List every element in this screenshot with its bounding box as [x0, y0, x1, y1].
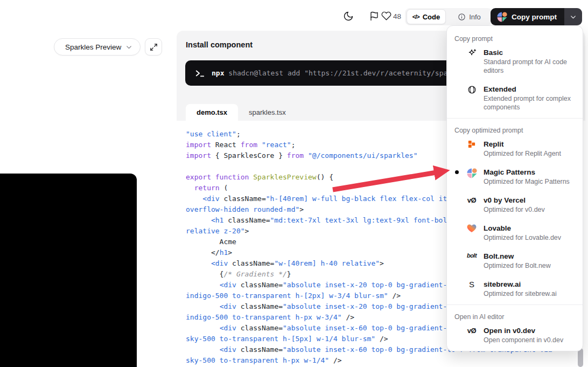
likes-count: 48 [393, 12, 401, 20]
menu-item-title: Extended [484, 85, 575, 94]
copy-prompt-label: Copy prompt [512, 13, 557, 21]
menu-section: Open in AI editorvØOpen in v0.devOpen co… [447, 304, 583, 351]
file-tabs: demo.tsx sparkles.tsx [186, 104, 297, 121]
tab-sparkles-tsx[interactable]: sparkles.tsx [238, 104, 297, 121]
sitebrew-logo: S [466, 280, 477, 298]
heart-icon [381, 11, 391, 23]
v0-logo: vØ [466, 196, 477, 214]
replit-logo [466, 140, 477, 158]
lovable-logo [466, 224, 477, 242]
menu-item-description: Extended prompt for complex components [484, 94, 575, 112]
copy-prompt-button[interactable]: Copy prompt [491, 8, 564, 25]
like-button[interactable] [377, 8, 395, 25]
menu-item-magic-patterns[interactable]: Magic PatternsOptimized for Magic Patter… [447, 163, 583, 191]
menu-item-description: Optimized for Magic Patterns [484, 177, 570, 186]
menu-item-title: sitebrew.ai [484, 280, 557, 289]
fullscreen-button[interactable] [145, 38, 162, 56]
menu-item-title: v0 by Vercel [484, 196, 545, 205]
menu-item-description: Optimized for Lovable.dev [484, 233, 561, 242]
expand-icon [150, 43, 158, 51]
menu-item-bolt-new[interactable]: boltBolt.newOptimized for Bolt.new [447, 247, 583, 275]
info-tab-label: Info [469, 13, 481, 21]
v0-logo: vØ [466, 326, 477, 344]
menu-section-label: Copy prompt [447, 26, 583, 44]
menu-item-description: Open component in v0.dev [484, 336, 563, 344]
copy-prompt-split-button: Copy prompt [491, 8, 582, 25]
page: 48 </> Code Info Copy prompt Sparkles Pr… [0, 0, 588, 367]
code-line: sky-500 to-transparent h-px w-1/4" /> [186, 355, 585, 366]
menu-item-basic[interactable]: BasicStandard prompt for AI code editors [447, 44, 583, 80]
preview-selector-label: Sparkles Preview [65, 43, 121, 51]
menu-item-title: Magic Patterns [484, 168, 570, 177]
command-text: shadcn@latest add "https://21st.dev/r/ac… [224, 69, 473, 77]
menu-item-sitebrew-ai[interactable]: Ssitebrew.aiOptimized for sitebrew.ai [447, 275, 583, 303]
menu-item-open-in-v0-dev[interactable]: vØOpen in v0.devOpen component in v0.dev [447, 322, 583, 350]
panel-title: Install component [186, 40, 253, 49]
code-tab-label: Code [423, 13, 440, 21]
menu-item-description: Optimized for v0.dev [484, 205, 545, 214]
menu-item-description: Optimized for Bolt.new [484, 261, 551, 270]
copy-prompt-menu: Copy promptBasicStandard prompt for AI c… [446, 25, 583, 351]
preview-selector[interactable]: Sparkles Preview [54, 38, 141, 56]
info-tab-button[interactable]: Info [446, 9, 493, 24]
menu-item-title: Bolt.new [484, 252, 551, 261]
theme-toggle-button[interactable] [340, 8, 357, 25]
menu-item-description: Standard prompt for AI code editors [484, 58, 575, 75]
menu-item-description: Optimized for Replit Agent [484, 149, 561, 158]
magic-patterns-logo-icon [497, 12, 507, 22]
menu-item-extended[interactable]: ExtendedExtended prompt for complex comp… [447, 80, 583, 117]
menu-item-v0-by-vercel[interactable]: vØv0 by VercelOptimized for v0.dev [447, 191, 583, 219]
code-icon: </> [412, 13, 419, 20]
selected-dot [455, 170, 459, 174]
component-preview [0, 174, 137, 367]
info-icon [458, 13, 466, 21]
menu-item-title: Lovable [484, 224, 561, 233]
bolt-logo: bolt [466, 252, 477, 270]
menu-item-lovable[interactable]: LovableOptimized for Lovable.dev [447, 219, 583, 247]
chevron-down-icon [570, 13, 577, 20]
menu-item-replit[interactable]: ReplitOptimized for Replit Agent [447, 135, 583, 163]
terminal-prompt-icon [195, 69, 205, 78]
view-toggle: </> Code Info [405, 8, 493, 25]
magic-patterns-logo [466, 168, 477, 186]
command-prefix: npx [212, 69, 224, 77]
menu-item-title: Open in v0.dev [484, 326, 563, 336]
menu-section-label: Open in AI editor [447, 305, 583, 322]
menu-item-title: Replit [484, 140, 561, 149]
menu-item-description: Optimized for sitebrew.ai [484, 289, 557, 298]
menu-section: Copy promptBasicStandard prompt for AI c… [447, 26, 583, 118]
menu-section: Copy optimized promptReplitOptimized for… [447, 118, 583, 304]
menu-item-title: Basic [484, 48, 575, 58]
menu-section-label: Copy optimized prompt [447, 119, 583, 135]
chevron-down-icon [125, 44, 132, 51]
tab-demo-tsx[interactable]: demo.tsx [186, 104, 238, 121]
copy-prompt-dropdown-button[interactable] [564, 8, 582, 25]
code-tab-button[interactable]: </> Code [407, 9, 446, 24]
moon-icon [343, 11, 354, 23]
sparkles-icon [466, 48, 477, 75]
brain-icon [466, 85, 477, 112]
